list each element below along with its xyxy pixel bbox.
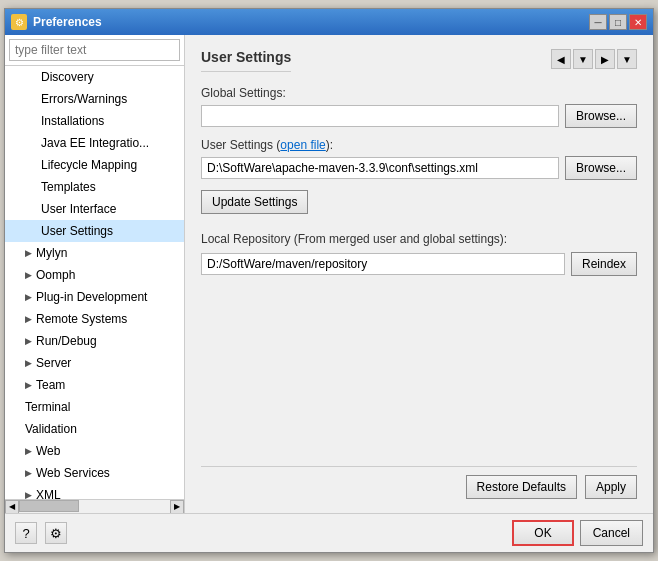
bottom-bar-left: ? ⚙: [15, 522, 67, 544]
chevron-right-icon: ▶: [25, 310, 32, 328]
chevron-right-icon: ▶: [25, 332, 32, 350]
sidebar-item-errors-warnings[interactable]: Errors/Warnings: [5, 88, 184, 110]
local-repo-label: Local Repository (From merged user and g…: [201, 232, 637, 246]
spacer: [201, 286, 637, 466]
sidebar-item-label: Lifecycle Mapping: [41, 158, 137, 172]
tree-item-with-arrow: ▶ Team: [25, 376, 180, 394]
panel-title: User Settings: [201, 49, 291, 72]
sidebar-item-label: Validation: [25, 422, 77, 436]
scroll-right-button[interactable]: ▶: [170, 500, 184, 514]
global-browse-button[interactable]: Browse...: [565, 104, 637, 128]
apply-button[interactable]: Apply: [585, 475, 637, 499]
user-settings-label-row: User Settings (open file):: [201, 138, 637, 152]
chevron-right-icon: ▶: [25, 244, 32, 262]
sidebar-item-web[interactable]: ▶ Web: [5, 440, 184, 462]
sidebar-item-java-ee[interactable]: Java EE Integratio...: [5, 132, 184, 154]
tree-item-with-arrow: ▶ XML: [25, 486, 180, 499]
global-settings-row: Browse...: [201, 104, 637, 128]
minimize-button[interactable]: ─: [589, 14, 607, 30]
sidebar-item-label: Run/Debug: [36, 332, 97, 350]
user-browse-button[interactable]: Browse...: [565, 156, 637, 180]
scroll-thumb[interactable]: [19, 500, 79, 512]
tree-area: Discovery Errors/Warnings Installations …: [5, 66, 184, 499]
user-settings-input[interactable]: [201, 157, 559, 179]
sidebar-item-label: User Interface: [41, 202, 116, 216]
sidebar-item-lifecycle-mapping[interactable]: Lifecycle Mapping: [5, 154, 184, 176]
ok-button[interactable]: OK: [512, 520, 573, 546]
local-repo-row: Reindex: [201, 252, 637, 276]
forward-button[interactable]: ▶: [595, 49, 615, 69]
preferences-window: ⚙ Preferences ─ □ ✕ Discovery Errors/War…: [4, 8, 654, 553]
sidebar-item-remote-systems[interactable]: ▶ Remote Systems: [5, 308, 184, 330]
tree-item-with-arrow: ▶ Run/Debug: [25, 332, 180, 350]
preferences-icon-button[interactable]: ⚙: [45, 522, 67, 544]
sidebar-item-terminal[interactable]: Terminal: [5, 396, 184, 418]
global-settings-input[interactable]: [201, 105, 559, 127]
sidebar-item-server[interactable]: ▶ Server: [5, 352, 184, 374]
sidebar-item-validation[interactable]: Validation: [5, 418, 184, 440]
back-button[interactable]: ◀: [551, 49, 571, 69]
close-button[interactable]: ✕: [629, 14, 647, 30]
search-input[interactable]: [9, 39, 180, 61]
help-button[interactable]: ?: [15, 522, 37, 544]
sidebar-item-discovery[interactable]: Discovery: [5, 66, 184, 88]
reindex-button[interactable]: Reindex: [571, 252, 637, 276]
sidebar-item-label: Errors/Warnings: [41, 92, 127, 106]
sidebar-item-label: Templates: [41, 180, 96, 194]
user-settings-row: Browse...: [201, 156, 637, 180]
tree-item-with-arrow: ▶ Mylyn: [25, 244, 180, 262]
sidebar-item-label: Mylyn: [36, 244, 67, 262]
sidebar-item-installations[interactable]: Installations: [5, 110, 184, 132]
sidebar-item-web-services[interactable]: ▶ Web Services: [5, 462, 184, 484]
nav-dropdown2-button[interactable]: ▼: [617, 49, 637, 69]
ok-cancel-row: OK Cancel: [512, 520, 643, 546]
sidebar-item-label: Plug-in Development: [36, 288, 147, 306]
sidebar-item-oomph[interactable]: ▶ Oomph: [5, 264, 184, 286]
title-bar: ⚙ Preferences ─ □ ✕: [5, 9, 653, 35]
left-panel: Discovery Errors/Warnings Installations …: [5, 35, 185, 513]
sidebar-item-plugin-dev[interactable]: ▶ Plug-in Development: [5, 286, 184, 308]
sidebar-item-label: Server: [36, 354, 71, 372]
cancel-button[interactable]: Cancel: [580, 520, 643, 546]
sidebar-item-mylyn[interactable]: ▶ Mylyn: [5, 242, 184, 264]
global-settings-label: Global Settings:: [201, 86, 637, 100]
chevron-right-icon: ▶: [25, 376, 32, 394]
tree-item-with-arrow: ▶ Plug-in Development: [25, 288, 180, 306]
filter-container: [5, 35, 184, 66]
user-settings-label2: ):: [326, 138, 333, 152]
sidebar-item-user-settings[interactable]: User Settings: [5, 220, 184, 242]
maximize-button[interactable]: □: [609, 14, 627, 30]
right-panel: User Settings ◀ ▼ ▶ ▼ Global Settings: B…: [185, 35, 653, 513]
nav-arrows: ◀ ▼ ▶ ▼: [551, 49, 637, 69]
sidebar-item-label: User Settings: [41, 224, 113, 238]
tree-item-with-arrow: ▶ Remote Systems: [25, 310, 180, 328]
sidebar-item-user-interface[interactable]: User Interface: [5, 198, 184, 220]
nav-dropdown-button[interactable]: ▼: [573, 49, 593, 69]
sidebar-item-label: Installations: [41, 114, 104, 128]
sidebar-item-label: Team: [36, 376, 65, 394]
restore-defaults-button[interactable]: Restore Defaults: [466, 475, 577, 499]
open-file-link[interactable]: open file: [280, 138, 325, 152]
chevron-right-icon: ▶: [25, 354, 32, 372]
tree-item-with-arrow: ▶ Oomph: [25, 266, 180, 284]
restore-apply-row: Restore Defaults Apply: [201, 466, 637, 499]
chevron-right-icon: ▶: [25, 266, 32, 284]
update-settings-row: Update Settings: [201, 190, 637, 214]
sidebar-item-label: Remote Systems: [36, 310, 127, 328]
sidebar-item-run-debug[interactable]: ▶ Run/Debug: [5, 330, 184, 352]
sidebar-item-team[interactable]: ▶ Team: [5, 374, 184, 396]
title-bar-controls: ─ □ ✕: [589, 14, 647, 30]
update-settings-button[interactable]: Update Settings: [201, 190, 308, 214]
tree-item-with-arrow: ▶ Web Services: [25, 464, 180, 482]
sidebar-item-label: Terminal: [25, 400, 70, 414]
sidebar-item-xml[interactable]: ▶ XML: [5, 484, 184, 499]
window-icon: ⚙: [11, 14, 27, 30]
sidebar-item-templates[interactable]: Templates: [5, 176, 184, 198]
chevron-right-icon: ▶: [25, 288, 32, 306]
scroll-left-button[interactable]: ◀: [5, 500, 19, 514]
tree-item-with-arrow: ▶ Server: [25, 354, 180, 372]
horizontal-scrollbar[interactable]: ◀ ▶: [5, 499, 184, 513]
local-repo-input[interactable]: [201, 253, 565, 275]
scroll-track[interactable]: [19, 500, 170, 513]
sidebar-item-label: Java EE Integratio...: [41, 136, 149, 150]
